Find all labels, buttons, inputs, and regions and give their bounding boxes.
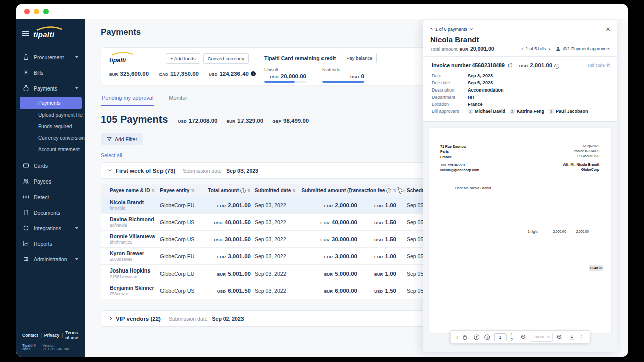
card-account-nintendo: Nintendo USD0 — [322, 67, 364, 83]
text-select-tool-icon[interactable]: I — [456, 334, 458, 340]
sidebar-item-payments[interactable]: Payments — [16, 80, 85, 96]
payment-approvers-link[interactable]: 0/1 Payment approvers — [564, 46, 610, 51]
sidebar-item-detect[interactable]: Detect — [16, 189, 85, 205]
col-transaction-fee[interactable]: Transaction feei⇅ — [361, 188, 396, 193]
bill-approver[interactable]: 1Michael David — [468, 109, 505, 114]
info-icon[interactable]: i — [554, 64, 559, 69]
col-payee-entity[interactable]: Payee entity⇅ — [160, 188, 202, 193]
sidebar-item-payees[interactable]: Payees — [16, 173, 85, 189]
invoice-date-value: Sep 3, 2023 — [468, 73, 493, 78]
sort-icon: ⇅ — [247, 188, 251, 193]
sidebar-subitem-currency-conversion[interactable]: Currency conversion — [16, 132, 85, 144]
sidebar-item-documents[interactable]: Documents — [16, 205, 85, 220]
chevron-right-icon — [108, 317, 112, 320]
bills-pager: 1 of 5 bills — [526, 46, 546, 51]
previous-payment-icon[interactable] — [430, 28, 433, 31]
credit-progress-bar — [322, 81, 364, 83]
zoom-in-icon[interactable] — [557, 334, 563, 340]
person-icon — [556, 46, 561, 51]
convert-currency-button[interactable]: Convert currency — [203, 53, 249, 64]
procurement-icon — [23, 54, 29, 60]
sidebar-item-integrations[interactable]: Integrations — [16, 220, 85, 236]
invoice-details: Invoice number 45602318489 USD2,001.00i … — [423, 56, 617, 121]
sidebar-item-administration[interactable]: Administration — [16, 251, 85, 267]
filter-icon — [107, 137, 112, 142]
info-icon: i — [386, 188, 391, 193]
integrations-icon — [23, 225, 29, 231]
close-icon[interactable]: × — [606, 25, 610, 33]
sidebar-subitem-payments[interactable]: Payments — [20, 97, 82, 109]
more-options-icon[interactable]: ⋮ — [579, 334, 584, 340]
previous-bill-icon[interactable]: ‹ — [521, 46, 523, 52]
tab-bar: Pending my approval Monitor — [101, 95, 423, 106]
pdf-invoice-meta: 3-Sep-2023 Invoice #2334889 PO 456001200 — [574, 144, 599, 159]
chevron-down-icon — [75, 56, 78, 58]
pdf-line-item-unit: 2,000.00 — [553, 230, 566, 233]
zoom-out-icon[interactable] — [521, 334, 527, 340]
pdf-address: 71 Rue Daunou Paris France — [440, 144, 466, 161]
invoice-location-value: France — [468, 102, 483, 107]
add-funds-button[interactable]: + Add funds — [166, 53, 200, 64]
select-all-link[interactable]: Select all — [101, 152, 122, 158]
col-submitted-date[interactable]: Submitted date⇅ — [255, 188, 299, 193]
credit-progress-bar — [264, 81, 306, 83]
bill-approver[interactable]: 2Katrina Feng — [510, 109, 544, 114]
page-total: / 2 — [510, 332, 514, 342]
total-amount-label: Total amount — [430, 46, 457, 52]
chevron-down-icon — [108, 168, 112, 172]
pdf-toolbar: I / 2 100% ⋮ — [450, 330, 590, 344]
sort-icon: ⇅ — [292, 188, 296, 193]
payments-submenu: Payments Upload payment file Funds requi… — [16, 96, 85, 158]
sidebar-subitem-upload-payment-file[interactable]: Upload payment file — [16, 109, 85, 121]
sidebar: tipalti Procurement Bills Payments — [16, 19, 85, 357]
copyright-text: Tipalti © 2021 — [22, 344, 43, 351]
sidebar-item-reports[interactable]: Reports — [16, 236, 85, 251]
payment-detail-panel: 1 of 6 payments × Nicola Brandt Total am… — [423, 20, 617, 352]
hamburger-menu-icon[interactable] — [22, 31, 29, 36]
balance-eur: EUR325,600.00 — [109, 71, 149, 77]
chevron-down-icon — [75, 87, 78, 89]
cards-icon — [23, 162, 29, 169]
page-number-input[interactable] — [494, 333, 506, 341]
next-bill-icon[interactable]: › — [548, 46, 550, 52]
tipalti-logo: tipalti — [33, 27, 54, 39]
next-page-icon[interactable] — [484, 334, 490, 340]
info-icon: i — [240, 188, 246, 193]
info-icon[interactable]: i — [251, 71, 256, 76]
payments-icon — [23, 85, 29, 92]
col-total-amount[interactable]: Total amounti⇅ — [206, 188, 251, 193]
pay-balance-button[interactable]: Pay balance — [342, 53, 377, 63]
previous-page-icon[interactable] — [473, 334, 479, 340]
zoom-level-select[interactable]: 100% — [531, 333, 553, 342]
sort-icon: ⇅ — [191, 188, 194, 193]
card-account-ubisoft: Ubisoft USD20,000.00 — [264, 67, 306, 83]
logo-swoosh-icon — [111, 52, 134, 56]
sidebar-item-procurement[interactable]: Procurement — [16, 49, 85, 65]
maximize-window-button[interactable] — [43, 9, 49, 14]
privacy-link[interactable]: Privacy — [44, 333, 59, 338]
col-payee-name[interactable]: Payee name & ID⇅ — [110, 188, 156, 193]
pan-tool-icon[interactable] — [462, 334, 467, 340]
main-content: Payments tipalti + Add funds Convert cur… — [85, 19, 628, 357]
card-credit-title: Tipalti Card remaining credit — [264, 55, 336, 61]
sidebar-subitem-account-statement[interactable]: Account statement — [16, 144, 85, 155]
next-payment-icon[interactable] — [470, 27, 473, 30]
pdf-contact: +33 729107773 Nicola@globecorp.com — [440, 163, 479, 174]
contact-link[interactable]: Contact — [22, 333, 38, 338]
tab-pending-my-approval[interactable]: Pending my approval — [101, 95, 154, 106]
tab-monitor[interactable]: Monitor — [168, 95, 188, 106]
external-link-icon[interactable] — [508, 63, 512, 68]
invoice-department-value: HR — [468, 95, 474, 100]
ref-code-link[interactable]: Ref code — [588, 63, 610, 68]
sidebar-item-bills[interactable]: Bills — [16, 65, 85, 80]
bill-approver[interactable]: 3Paul Jacobson — [549, 109, 588, 114]
sidebar-subitem-funds-required[interactable]: Funds required — [16, 121, 85, 132]
pdf-line-item-total: 2,000.00 — [576, 230, 589, 233]
add-filter-button[interactable]: Add Filter — [101, 133, 143, 145]
payments-pager: 1 of 6 payments — [435, 27, 467, 32]
close-window-button[interactable] — [24, 9, 30, 14]
minimize-window-button[interactable] — [34, 9, 39, 14]
sidebar-item-cards[interactable]: Cards — [16, 158, 85, 173]
terms-link[interactable]: Terms of use — [65, 330, 79, 340]
download-icon[interactable] — [569, 334, 575, 340]
